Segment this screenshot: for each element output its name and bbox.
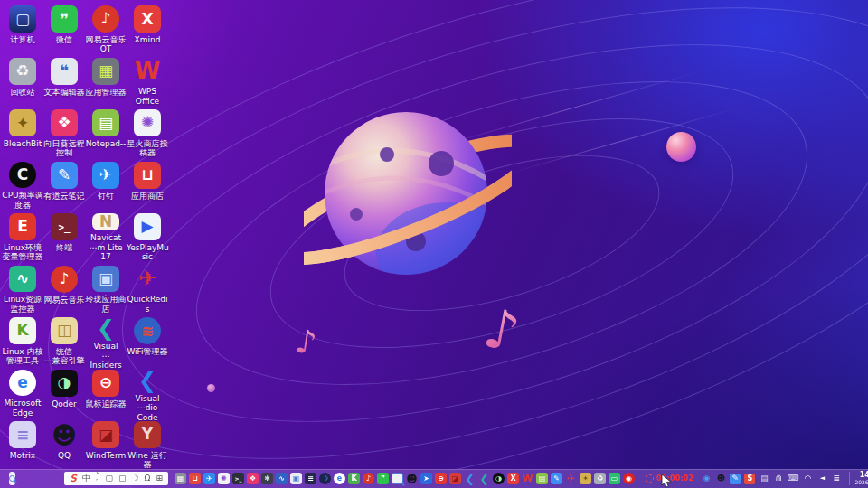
punctuation-mode[interactable]: °′ bbox=[96, 471, 100, 487]
simplified-icon[interactable]: ▢ bbox=[118, 474, 127, 483]
wifi-icon[interactable]: ◠ bbox=[802, 474, 813, 484]
cpu-frequency-scheduler[interactable]: ✱ bbox=[261, 473, 273, 484]
navicat-lite[interactable]: N Navicat ⋯m Lite 17 bbox=[85, 210, 127, 262]
keyboard-layout-icon[interactable]: ⊞ bbox=[156, 474, 163, 483]
app-icon-label: Notepad-- bbox=[86, 139, 127, 149]
spark-store-submitter[interactable]: ✺ bbox=[218, 473, 230, 484]
app-icon: Y bbox=[134, 421, 161, 448]
dingtalk[interactable]: ✈ 钉钉 bbox=[85, 158, 127, 211]
youdao-note[interactable]: ✎ 有道云笔记 bbox=[43, 158, 85, 211]
terminal[interactable]: >_ 终端 bbox=[43, 210, 85, 262]
cpu-frequency-scheduler[interactable]: C CPU频率调 度器 bbox=[2, 158, 43, 211]
sogou-tray-icon[interactable]: S bbox=[744, 474, 755, 484]
keyboard-tray-icon[interactable]: ⌨ bbox=[788, 474, 798, 484]
recycle-bin[interactable]: ♻ 回收站 bbox=[2, 54, 43, 107]
cursor-app[interactable]: ➤ bbox=[420, 473, 432, 484]
recycle-bin[interactable]: ♻ bbox=[594, 473, 606, 484]
sogou-logo-icon[interactable]: S bbox=[70, 474, 77, 483]
wifi-manager[interactable]: ≋ WiFi管理器 bbox=[127, 314, 168, 366]
notepad-minus[interactable]: ▤ bbox=[536, 473, 548, 484]
dingtalk[interactable]: ✈ bbox=[203, 473, 215, 484]
app-manager[interactable]: ▦ 应用管理器 bbox=[85, 54, 127, 107]
windterm[interactable]: ◪ bbox=[449, 473, 461, 484]
youdao-note[interactable]: ✎ bbox=[551, 473, 562, 484]
app-icon-label: Linux资源 监控器 bbox=[4, 295, 42, 314]
linux-kernel-tool[interactable]: K bbox=[348, 473, 360, 484]
disk-tray-icon[interactable]: ▤ bbox=[759, 474, 769, 484]
mouse-tracker[interactable]: ⊖ bbox=[435, 473, 447, 484]
uos-compat-engine[interactable]: ◫ 统信 ⋯兼容引擎 bbox=[43, 314, 85, 366]
wps-office[interactable]: W bbox=[522, 473, 533, 484]
app-icon: ▣ bbox=[92, 266, 119, 293]
linux-kernel-tool[interactable]: K Linux 内核 管理工具 bbox=[2, 314, 43, 366]
planet-illustration bbox=[304, 108, 512, 288]
qq[interactable]: ☻ QQ bbox=[43, 418, 85, 470]
app-manager[interactable]: ▦ bbox=[175, 473, 186, 484]
symbols-icon[interactable]: Ω bbox=[145, 474, 151, 483]
cn-en-mode[interactable]: 中 bbox=[82, 474, 90, 483]
xmind[interactable]: X Xmind bbox=[127, 2, 168, 54]
qq-tray-icon[interactable]: ☻ bbox=[715, 474, 726, 484]
fullwidth-icon[interactable]: ▢ bbox=[105, 474, 113, 483]
netease-music-qt[interactable]: ♪ 网易云音乐 QT bbox=[85, 2, 127, 54]
computer[interactable]: ▢ 计算机 bbox=[2, 2, 43, 54]
screen-recording-indicator[interactable]: 00:00:02 bbox=[646, 474, 693, 483]
volume-icon[interactable]: ◄ bbox=[816, 474, 827, 484]
xmind[interactable]: X bbox=[507, 473, 519, 484]
qq[interactable]: ☻ bbox=[406, 473, 418, 484]
linglong-app-store[interactable]: ▣ 玲珑应用商 店 bbox=[85, 262, 127, 314]
wechat[interactable]: ❞ bbox=[377, 473, 389, 484]
text-editor[interactable]: ❝ 文本编辑器 bbox=[43, 54, 85, 107]
mouse-tracker[interactable]: ⊖ 鼠标追踪器 bbox=[85, 366, 127, 418]
microsoft-edge[interactable]: e Microsoft Edge bbox=[2, 366, 43, 418]
wine-runner[interactable]: Y Wine 运行 器 bbox=[127, 418, 168, 470]
vscode-insiders[interactable]: ❮ bbox=[478, 473, 490, 484]
sunflower-remote[interactable]: ❖ bbox=[247, 473, 259, 484]
bleachbit[interactable]: ✦ BleachBit bbox=[2, 106, 43, 158]
linux-env-manager[interactable]: E Linux环境 变量管理器 bbox=[2, 210, 43, 262]
vscode-insiders[interactable]: ❮ Visual ⋯ Insiders bbox=[85, 314, 127, 366]
small-planet bbox=[666, 132, 696, 162]
note-tray-icon[interactable]: ✎ bbox=[730, 474, 741, 484]
qoder[interactable]: ◑ Qoder bbox=[43, 366, 85, 418]
wechat[interactable]: ❞ 微信 bbox=[43, 2, 85, 54]
windterm[interactable]: ◪ WindTerm bbox=[85, 418, 127, 470]
sunflower-remote[interactable]: ❖ 向日葵远程 控制 bbox=[43, 106, 85, 158]
linux-resource-monitor[interactable]: ∿ Linux资源 监控器 bbox=[2, 262, 43, 314]
app-icon-label: 应用管理器 bbox=[86, 88, 127, 98]
screen-recorder[interactable]: ◉ bbox=[623, 473, 635, 484]
microsoft-edge[interactable]: e bbox=[334, 473, 345, 484]
quickredis[interactable]: ✈ QuickRedi s bbox=[127, 262, 168, 314]
bleachbit[interactable]: ✦ bbox=[580, 473, 591, 484]
search-button[interactable] bbox=[9, 472, 15, 485]
night-mode-icon[interactable]: ☽ bbox=[131, 474, 138, 483]
netease-music[interactable]: ♪ 网易云音乐 bbox=[43, 262, 85, 314]
motrix[interactable]: ≡ Motrix bbox=[2, 418, 43, 470]
vscode[interactable]: ❮ bbox=[464, 473, 476, 484]
yesplaymusic[interactable]: ☽ bbox=[319, 473, 331, 484]
qoder[interactable]: ◑ bbox=[493, 473, 505, 484]
power-icon[interactable]: ≣ bbox=[831, 474, 842, 484]
screenshot-tool[interactable] bbox=[392, 473, 403, 484]
wallet[interactable]: ▭ bbox=[609, 473, 620, 484]
app-icon-label: 鼠标追踪器 bbox=[86, 399, 127, 409]
clock[interactable]: 14:33 2026/1/13 bbox=[849, 472, 868, 485]
motrix[interactable]: ≡ bbox=[305, 473, 316, 484]
netease-music[interactable]: ♪ bbox=[363, 473, 374, 484]
yesplaymusic[interactable]: ▶ YesPlayMu sic bbox=[127, 210, 168, 262]
app-icon: ◑ bbox=[51, 370, 78, 397]
notification-bell-icon[interactable]: ⋒ bbox=[773, 474, 784, 484]
app-store[interactable]: ⊔ bbox=[189, 473, 201, 484]
linux-resource-monitor[interactable]: ∿ bbox=[276, 473, 288, 484]
app-icon-label: 终端 bbox=[56, 243, 72, 253]
app-store[interactable]: ⊔ 应用商店 bbox=[127, 158, 168, 211]
terminal[interactable]: >_ bbox=[232, 473, 244, 484]
app-icon: ≡ bbox=[9, 421, 36, 448]
network-tray-icon[interactable]: ◉ bbox=[701, 474, 712, 484]
vscode[interactable]: ❮ Visual ⋯dio Code bbox=[127, 366, 168, 418]
wps-office[interactable]: W WPS Office bbox=[127, 54, 168, 107]
notepad-minus[interactable]: ▤ Notepad-- bbox=[85, 106, 127, 158]
quickredis[interactable]: ✈ bbox=[565, 473, 577, 484]
linglong-app-store[interactable]: ▣ bbox=[290, 473, 302, 484]
spark-store-submitter[interactable]: ✺ 星火商店投 稿器 bbox=[127, 106, 168, 158]
